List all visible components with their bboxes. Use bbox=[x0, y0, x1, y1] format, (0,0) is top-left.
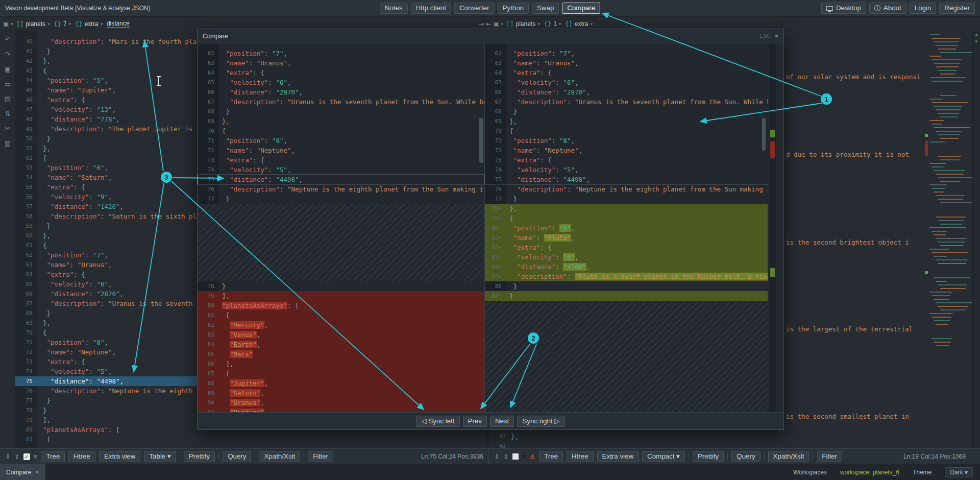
code-line-70[interactable]: 70{ bbox=[198, 126, 484, 136]
editor-scrollbar[interactable]: ▲ ▼ bbox=[972, 31, 980, 448]
menu-python[interactable]: Python bbox=[497, 3, 529, 14]
tool-query-button[interactable]: Query bbox=[731, 451, 760, 462]
left-pane-scrollbar[interactable] bbox=[479, 118, 483, 163]
warning-icon[interactable]: ⚠ bbox=[529, 453, 535, 461]
code-line-73[interactable]: 73 "extra": { bbox=[198, 155, 484, 165]
code-line-90[interactable]: 90 "Uranus", bbox=[198, 398, 484, 407]
diff-overview-ruler[interactable] bbox=[769, 43, 776, 412]
code-line-63[interactable]: 63 "name": "Uranus", bbox=[198, 58, 484, 68]
code-line-74[interactable]: 74 "velocity": "5", bbox=[198, 165, 484, 175]
code-line-72[interactable]: 72 "name": "Neptune", bbox=[485, 146, 768, 155]
view-tree-button[interactable]: Tree bbox=[539, 451, 563, 462]
menu-http-client[interactable]: Http client bbox=[411, 3, 451, 14]
chevron-down-icon[interactable]: ▾ bbox=[100, 21, 103, 27]
jump-start-icon[interactable]: ⇤ bbox=[486, 20, 491, 28]
code-line-64[interactable]: 64 "extra": { bbox=[485, 68, 768, 78]
breadcrumb-segment[interactable]: []planets▾ bbox=[505, 20, 541, 28]
download-icon[interactable]: ⇩ bbox=[494, 453, 500, 461]
code-line-68[interactable]: 68 } bbox=[485, 107, 768, 116]
compare-tab[interactable]: Compare × bbox=[0, 464, 45, 480]
code-line-62[interactable]: 62 "position": "7", bbox=[198, 49, 484, 58]
tool-query-button[interactable]: Query bbox=[223, 451, 251, 462]
compare-left-pane[interactable]: 62 "position": "7",63 "name": "Uranus",6… bbox=[198, 43, 484, 412]
code-line-81[interactable]: 81+ "name": "Pluto", bbox=[485, 233, 768, 243]
code-line-71[interactable]: 71 "position": "8", bbox=[198, 136, 484, 146]
redo-icon[interactable]: ↷ bbox=[2, 49, 13, 59]
code-line-80[interactable]: 80"planetsAsArrays": [ bbox=[198, 301, 484, 310]
menu-dark-icon[interactable]: ≡ bbox=[522, 453, 526, 461]
breadcrumb-segment[interactable]: {}1▾ bbox=[543, 20, 562, 28]
chevron-down-icon[interactable]: ▾ bbox=[69, 21, 71, 27]
tool-filter-button[interactable]: Filter bbox=[817, 451, 842, 462]
code-line-84[interactable]: 84 "Earth", bbox=[198, 340, 484, 349]
code-line-78[interactable]: 78} bbox=[198, 281, 484, 291]
topbar-desktop-button[interactable]: Desktop bbox=[821, 3, 866, 14]
download-icon[interactable]: ⇩ bbox=[5, 453, 11, 461]
topbar-about-button[interactable]: iAbout bbox=[869, 3, 906, 14]
code-line-87[interactable]: 87 [ bbox=[198, 369, 484, 378]
close-tab-icon[interactable]: × bbox=[35, 469, 39, 476]
code-line-79[interactable]: 79], bbox=[198, 291, 484, 301]
tool-prettify-button[interactable]: Prettify bbox=[184, 451, 215, 462]
swap-lines-icon[interactable]: ⇅ bbox=[2, 108, 13, 118]
view-htree-button[interactable]: Htree bbox=[567, 451, 594, 462]
code-line-77[interactable]: 77 } bbox=[198, 194, 484, 204]
tool-prettify-button[interactable]: Prettify bbox=[693, 451, 724, 462]
topbar-register-button[interactable]: Register bbox=[939, 3, 975, 14]
diff-marker-add[interactable] bbox=[770, 268, 775, 277]
checkbox-checked-icon[interactable]: ✓ bbox=[23, 453, 30, 460]
code-line-68[interactable]: 68 } bbox=[198, 107, 484, 116]
code-line-85[interactable]: 85+ "description": "Pluto is a dwarf pla… bbox=[485, 272, 768, 281]
tool-xpathxslt-button[interactable]: Xpath/Xslt bbox=[768, 451, 810, 462]
code-line-88[interactable]: 88 "Jupiter", bbox=[198, 378, 484, 388]
breadcrumb-segment[interactable]: {}extra▾ bbox=[564, 20, 594, 28]
next-button[interactable]: Next bbox=[490, 416, 514, 427]
code-line-77[interactable]: 77 } bbox=[485, 194, 768, 204]
code-line-65[interactable]: 65 "velocity": "6", bbox=[198, 78, 484, 87]
prev-button[interactable]: Prev bbox=[463, 416, 487, 427]
code-line-76[interactable]: 76 "description": "Neptune is the eighth… bbox=[198, 184, 484, 194]
code-line-86[interactable]: 86 } bbox=[485, 281, 768, 291]
code-line-66[interactable]: 66 "distance": "2870", bbox=[198, 87, 484, 97]
code-line-89[interactable]: 89 "Saturn", bbox=[198, 388, 484, 398]
code-line-82[interactable]: 82 "Mercury", bbox=[198, 320, 484, 330]
chevron-down-icon[interactable]: ▾ bbox=[47, 21, 50, 27]
code-line-75[interactable]: 75 "distance": "4498", bbox=[198, 175, 484, 184]
menu-swap[interactable]: Swap bbox=[532, 3, 559, 14]
view-htree-button[interactable]: Htree bbox=[68, 451, 95, 462]
tool-xpathxslt-button[interactable]: Xpath/Xslt bbox=[259, 451, 300, 462]
topbar-login-button[interactable]: Login bbox=[910, 3, 937, 14]
copy-icon[interactable]: ▭ bbox=[2, 79, 13, 89]
code-line-74[interactable]: 74 "velocity": "5", bbox=[485, 165, 768, 175]
chevron-down-icon[interactable]: ▾ bbox=[537, 21, 540, 27]
upload-icon[interactable]: ⇧ bbox=[14, 453, 20, 461]
code-line-83[interactable]: 83 "Venus", bbox=[198, 330, 484, 340]
sync-right-button[interactable]: Sync right ▷ bbox=[517, 416, 565, 427]
code-line-82[interactable]: 82+ "extra": { bbox=[485, 243, 768, 252]
tool-filter-button[interactable]: Filter bbox=[308, 451, 333, 462]
code-line-91[interactable]: 91 "Neptune" bbox=[198, 407, 484, 412]
chevron-down-icon[interactable]: ▾ bbox=[591, 21, 593, 27]
chevron-down-icon[interactable]: ▾ bbox=[559, 21, 561, 27]
code-line-69[interactable]: 69}, bbox=[198, 116, 484, 126]
code-line-67[interactable]: 67 "description": "Uranus is the seventh… bbox=[198, 97, 484, 107]
view-table-button[interactable]: Table ▾ bbox=[144, 451, 176, 462]
code-line-67[interactable]: 67 "description": "Uranus is the seventh… bbox=[485, 97, 768, 107]
dialog-title-bar[interactable]: Compare ESC × bbox=[198, 29, 783, 43]
undo-icon[interactable]: ↶ bbox=[2, 34, 13, 44]
sync-left-button[interactable]: ◁ Sync left bbox=[416, 416, 459, 427]
code-line-69[interactable]: 69}, bbox=[485, 116, 768, 126]
menu-compare[interactable]: Compare bbox=[562, 3, 600, 14]
breadcrumb-segment[interactable]: {}7▾ bbox=[53, 20, 72, 28]
code-line-63[interactable]: 63 "name": "Uranus", bbox=[485, 58, 768, 68]
code-line-65[interactable]: 65 "velocity": "6", bbox=[485, 78, 768, 87]
code-line-86[interactable]: 86 ], bbox=[198, 359, 484, 369]
code-line-64[interactable]: 64 "extra": { bbox=[198, 68, 484, 78]
chevron-down-icon[interactable]: ▾ bbox=[501, 21, 503, 27]
upload-icon[interactable]: ⇧ bbox=[503, 453, 509, 461]
code-line-42[interactable]: 42}, bbox=[488, 431, 519, 441]
panel-icon[interactable]: ▣ bbox=[493, 20, 499, 28]
menu-converter[interactable]: Converter bbox=[454, 3, 495, 14]
chevron-down-icon[interactable]: ▾ bbox=[11, 21, 13, 27]
code-line-83[interactable]: 83+ "velocity": "6", bbox=[485, 252, 768, 262]
